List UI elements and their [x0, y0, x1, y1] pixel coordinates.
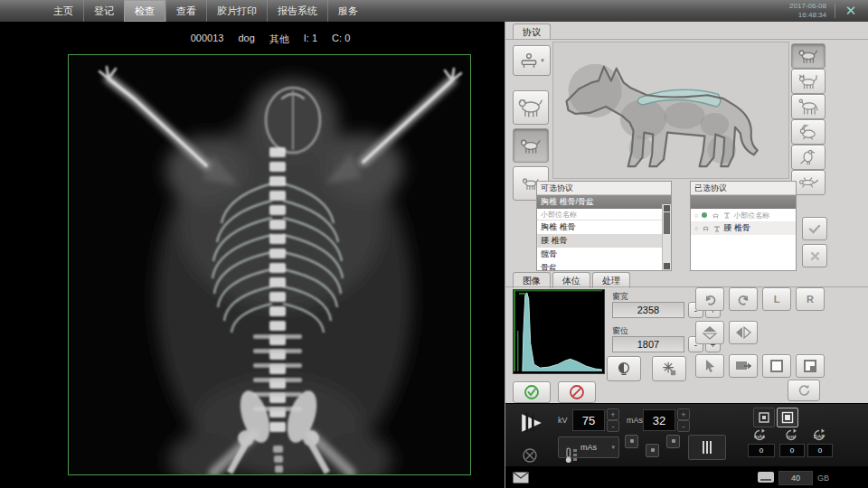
kv-plus-button[interactable]: +: [607, 408, 619, 420]
image-effects-button[interactable]: [652, 356, 686, 381]
collimator-light-off-icon[interactable]: [522, 447, 538, 464]
dog-size-medium-button[interactable]: [513, 128, 549, 163]
protocol-item[interactable]: 骨盆: [537, 261, 671, 271]
rotate-cw-button[interactable]: [729, 287, 758, 311]
dog-anatomy-figure: [553, 42, 787, 176]
dropdown-arrow-icon: ▾: [541, 57, 544, 64]
close-button[interactable]: ✕: [841, 0, 861, 22]
titlebar: 主页 登记 检查 查看 胶片打印 报告系统 服务 2017-06-08 16:4…: [0, 0, 868, 23]
species-dog-button[interactable]: [791, 43, 826, 69]
protocol-item-selected[interactable]: 腰 椎骨: [537, 234, 671, 248]
mas-meter-icon: mAs: [748, 428, 771, 443]
tube-heat-icon: [563, 447, 583, 464]
radio-icon: ○: [694, 225, 698, 231]
copy-count: C: 0: [332, 33, 350, 46]
x-icon: [810, 251, 820, 261]
protocol-item-label: 髋骨: [541, 249, 557, 260]
species-horse-button[interactable]: [791, 94, 826, 119]
svg-text:ms: ms: [788, 434, 795, 439]
menu-register[interactable]: 登记: [83, 0, 124, 22]
stand-icon: [713, 225, 721, 232]
protocol-item-label: 腰 椎骨: [541, 235, 568, 247]
protocol-item[interactable]: 胸椎 椎骨: [537, 221, 671, 234]
selected-columns-header: ○ 小部位名称: [691, 209, 796, 221]
kv-label: kV: [558, 416, 568, 425]
full-collimation-button[interactable]: [762, 354, 791, 378]
green-check-icon: [524, 384, 540, 400]
focus-large-button[interactable]: [777, 408, 798, 427]
patient-on-table-icon: [519, 52, 539, 69]
aec-chamber-right[interactable]: [666, 435, 680, 448]
datetime-display: 2017-06-08 16:48:34: [789, 2, 826, 20]
grid-button[interactable]: [688, 435, 726, 460]
square-icon: [769, 359, 784, 373]
scroll-thumb[interactable]: [664, 212, 670, 234]
titlebar-divider: [835, 4, 835, 18]
accept-image-button[interactable]: [513, 381, 551, 403]
menu-exam[interactable]: 检查: [124, 0, 165, 22]
generator-panel: kV 75 + - mAs 32 + - mAs ▾: [505, 403, 868, 467]
focus-small-button[interactable]: [753, 408, 775, 427]
kv-value: 75: [572, 409, 605, 431]
kv-minus-button[interactable]: -: [607, 420, 619, 432]
select-cursor-button[interactable]: [695, 354, 724, 378]
patient-table-button[interactable]: ▾: [513, 45, 551, 76]
selected-protocols-title: 已选协议: [691, 182, 796, 195]
selected-protocol-row[interactable]: ○ 腰 椎骨: [691, 221, 796, 235]
confirm-protocol-button[interactable]: [802, 217, 827, 240]
horse-icon: [797, 99, 820, 115]
menu-report-system[interactable]: 报告系统: [267, 0, 327, 22]
reset-button[interactable]: [788, 380, 820, 401]
menu-service[interactable]: 服务: [327, 0, 368, 22]
application-window: 主页 登记 检查 查看 胶片打印 报告系统 服务 2017-06-08 16:4…: [0, 0, 868, 488]
histogram-display: [513, 289, 605, 374]
scroll-down-arrow[interactable]: [664, 263, 670, 269]
remove-protocol-button[interactable]: [802, 244, 827, 267]
menu-home[interactable]: 主页: [43, 0, 83, 22]
marker-right-button[interactable]: R: [796, 287, 825, 311]
flip-horizontal-button[interactable]: [729, 321, 758, 344]
dog-mini-icon: [711, 212, 721, 219]
protocol-item-label: 骨盆: [541, 262, 557, 271]
species-bird-button[interactable]: [791, 145, 826, 170]
rotate-ccw-button[interactable]: [695, 287, 724, 311]
flip-vertical-button[interactable]: [695, 321, 724, 344]
no-entry-icon: [569, 384, 585, 400]
menu-view[interactable]: 查看: [165, 0, 206, 22]
anatomy-diagram[interactable]: [552, 42, 789, 179]
abdomen-region[interactable]: [664, 102, 704, 129]
disk-free-space-value: 40: [778, 471, 813, 485]
aec-chamber-center[interactable]: [646, 444, 659, 457]
patient-info-bar: 000013 dog 其他 I: 1 C: 0: [18, 33, 523, 46]
auto-window-button[interactable]: [607, 356, 641, 381]
dog-mini-icon: [701, 225, 711, 231]
image-send-icon: [735, 360, 751, 373]
marker-left-button[interactable]: L: [762, 287, 791, 311]
protocol-list-scrollbar[interactable]: [662, 204, 671, 270]
partial-collimation-button[interactable]: [796, 354, 825, 378]
species-rabbit-button[interactable]: [791, 119, 826, 145]
mas-minus-button[interactable]: -: [677, 420, 690, 432]
selected-protocol-label: 腰 椎骨: [723, 222, 750, 234]
aec-chamber-left[interactable]: [625, 435, 638, 448]
protocol-item[interactable]: 髋骨: [537, 248, 671, 261]
scroll-up-arrow[interactable]: [664, 205, 670, 211]
species-cat-button[interactable]: [791, 69, 826, 94]
tab-protocol[interactable]: 协议: [513, 23, 551, 40]
patient-id: 000013: [191, 33, 224, 46]
mas-plus-button[interactable]: +: [677, 408, 690, 420]
dog-size-large-button[interactable]: [513, 90, 549, 125]
svg-text:DAP: DAP: [814, 434, 825, 439]
image-send-button[interactable]: [729, 354, 758, 378]
rabbit-icon: [797, 124, 820, 140]
window-width-value: 2358: [612, 302, 684, 318]
message-envelope-icon[interactable]: [513, 472, 529, 483]
large-focus-icon: [781, 411, 794, 424]
image-viewer: 000013 dog 其他 I: 1 C: 0: [0, 22, 505, 488]
hip-region[interactable]: [701, 113, 730, 136]
reject-image-button[interactable]: [558, 381, 596, 403]
menu-film-print[interactable]: 胶片打印: [206, 0, 267, 22]
ms-meter-value: 0: [779, 444, 805, 457]
patient-species: dog: [238, 33, 254, 46]
xray-image[interactable]: [68, 54, 471, 475]
